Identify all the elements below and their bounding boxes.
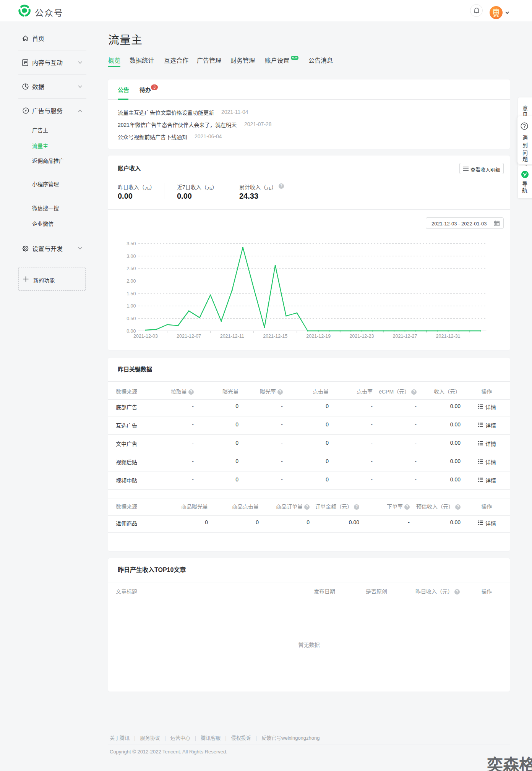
svg-text:3.00: 3.00 — [127, 254, 136, 259]
svg-text:1.50: 1.50 — [127, 291, 136, 296]
svg-text:2021-12-19: 2021-12-19 — [306, 334, 331, 339]
svg-text:2021-12-11: 2021-12-11 — [220, 334, 244, 339]
svg-text:2.00: 2.00 — [127, 279, 136, 284]
svg-text:2021-12-07: 2021-12-07 — [177, 334, 201, 339]
svg-text:2021-12-03: 2021-12-03 — [133, 334, 158, 339]
svg-text:2021-12-27: 2021-12-27 — [393, 334, 417, 339]
svg-text:1.00: 1.00 — [127, 303, 136, 309]
svg-text:2.50: 2.50 — [127, 266, 136, 271]
svg-text:2021-12-15: 2021-12-15 — [263, 334, 287, 339]
svg-text:3.50: 3.50 — [127, 241, 136, 246]
svg-text:2021-12-31: 2021-12-31 — [436, 334, 461, 339]
svg-text:0.50: 0.50 — [127, 316, 136, 321]
svg-text:2021-12-23: 2021-12-23 — [349, 334, 374, 339]
svg-text:0.00: 0.00 — [127, 329, 136, 334]
